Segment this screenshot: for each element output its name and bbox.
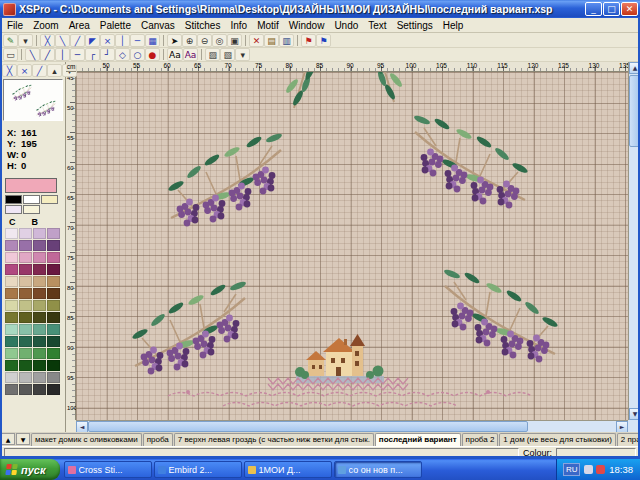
palette-col-b[interactable]: B [32,217,39,227]
menu-canvas[interactable]: Canvas [136,18,180,33]
palette-swatch[interactable] [19,228,32,239]
tab-scroll-down-button[interactable]: ▼ [16,433,30,445]
palette-swatch[interactable] [19,384,32,395]
menu-stitches[interactable]: Stitches [180,18,226,33]
design-tab[interactable]: проба 2 [462,433,499,446]
design-tab[interactable]: проба [143,433,173,446]
horizontal-scrollbar[interactable]: ◄ ► [76,420,628,432]
mini-half-stitch[interactable]: × [17,64,32,77]
task-button[interactable]: Cross Sti... [64,461,152,478]
backstitch-select-tool[interactable]: ▭ [3,48,18,61]
mini-full-stitch[interactable]: ╳ [2,64,17,77]
design-tab[interactable]: 7 верхн левая гроздь (с частью ниж ветки… [174,433,374,446]
three-quarter-stitch-tool[interactable]: ◤ [85,34,100,47]
palette-swatch[interactable] [5,288,18,299]
pencil-mode-dropdown[interactable]: ▾ [18,34,33,47]
design-tab[interactable]: макет домик с оливковками [31,433,142,446]
task-button[interactable]: 1МОИ Д... [244,461,332,478]
quick-swatch[interactable] [41,195,58,204]
palette-swatch[interactable] [33,372,46,383]
start-button[interactable]: пуск [0,459,60,480]
zoom-100-tool[interactable]: ◎ [212,34,227,47]
flag-red-button[interactable]: ⚑ [301,34,316,47]
palette-swatch[interactable] [5,228,18,239]
palette-swatch[interactable] [19,324,32,335]
palette-col-c[interactable]: C [9,217,16,227]
backstitch-vertical-tool[interactable]: │ [55,48,70,61]
palette-swatch[interactable] [5,240,18,251]
palette-swatch[interactable] [33,264,46,275]
palette-swatch[interactable] [47,252,60,263]
pattern-fill2-tool[interactable]: ▧ [220,48,235,61]
quarter-stitch-tool[interactable]: ╱ [70,34,85,47]
palette-swatch[interactable] [33,324,46,335]
palette-swatch[interactable] [47,276,60,287]
palette-swatch[interactable] [5,360,18,371]
horizontal-stitch-tool[interactable]: ─ [130,34,145,47]
palette-swatch[interactable] [19,288,32,299]
tab-scroll-up-button[interactable]: ▲ [1,433,15,445]
motif-library-button[interactable]: ▤ [264,34,279,47]
palette-swatch[interactable] [33,336,46,347]
palette-swatch[interactable] [47,312,60,323]
horizontal-scroll-thumb[interactable] [88,421,528,432]
tray-icon[interactable] [584,465,593,474]
palette-swatch[interactable] [19,312,32,323]
palette-swatch[interactable] [33,252,46,263]
palette-swatch[interactable] [33,228,46,239]
task-button[interactable]: со он нов п... [334,461,422,478]
text-style-tool[interactable]: Aa [183,48,199,61]
quick-swatch[interactable] [23,195,40,204]
palette-swatch[interactable] [19,264,32,275]
design-tab[interactable]: 1 дом (не весь для стыковки) [499,433,616,446]
backstitch-horizontal-tool[interactable]: ─ [70,48,85,61]
menu-window[interactable]: Window [284,18,330,33]
palette-swatch[interactable] [47,324,60,335]
palette-swatch[interactable] [19,348,32,359]
palette-swatch[interactable] [33,276,46,287]
palette-swatch[interactable] [5,300,18,311]
palette-swatch[interactable] [19,372,32,383]
quick-swatch[interactable] [23,205,40,214]
backstitch-diagonal-down-tool[interactable]: ╲ [25,48,40,61]
zoom-out-tool[interactable]: ⊖ [197,34,212,47]
menu-palette[interactable]: Palette [95,18,136,33]
palette-swatch[interactable] [33,288,46,299]
palette-swatch[interactable] [47,360,60,371]
stitch-canvas[interactable] [76,72,628,420]
diamond-outline-tool[interactable]: ◇ [115,48,130,61]
palette-swatch[interactable] [5,252,18,263]
menu-zoom[interactable]: Zoom [28,18,64,33]
backstitch-diagonal-up-tool[interactable]: ╱ [40,48,55,61]
palette-swatch[interactable] [19,336,32,347]
palette-swatch[interactable] [33,300,46,311]
text-tool[interactable]: Aa [167,48,183,61]
select-arrow-tool[interactable]: ➤ [167,34,182,47]
more-options-dropdown[interactable]: ▾ [235,48,250,61]
palette-swatch[interactable] [47,240,60,251]
backstitch-corner2-tool[interactable]: ┘ [100,48,115,61]
language-indicator[interactable]: RU [563,463,580,476]
palette-swatch[interactable] [5,372,18,383]
palette-swatch[interactable] [33,360,46,371]
palette-swatch[interactable] [47,264,60,275]
design-tab[interactable]: 2 правая ниж гр. [617,433,640,446]
palette-swatch[interactable] [5,264,18,275]
grid-toggle-button[interactable]: ▥ [279,34,294,47]
palette-swatch[interactable] [33,384,46,395]
zoom-in-tool[interactable]: ⊕ [182,34,197,47]
delete-tool[interactable]: ✕ [249,34,264,47]
palette-swatch[interactable] [19,276,32,287]
palette-swatch[interactable] [33,312,46,323]
menu-area[interactable]: Area [64,18,95,33]
flag-blue-button[interactable]: ⚑ [316,34,331,47]
backstitch-corner-tool[interactable]: ┌ [85,48,100,61]
pencil-tool[interactable]: ✎ [3,34,18,47]
palette-swatch[interactable] [47,348,60,359]
close-button[interactable]: ✕ [621,2,638,16]
quick-swatch[interactable] [5,205,22,214]
selected-color-swatch[interactable] [5,178,57,193]
palette-swatch[interactable] [5,312,18,323]
pattern-fill-tool[interactable]: ▨ [205,48,220,61]
menu-text[interactable]: Text [363,18,391,33]
